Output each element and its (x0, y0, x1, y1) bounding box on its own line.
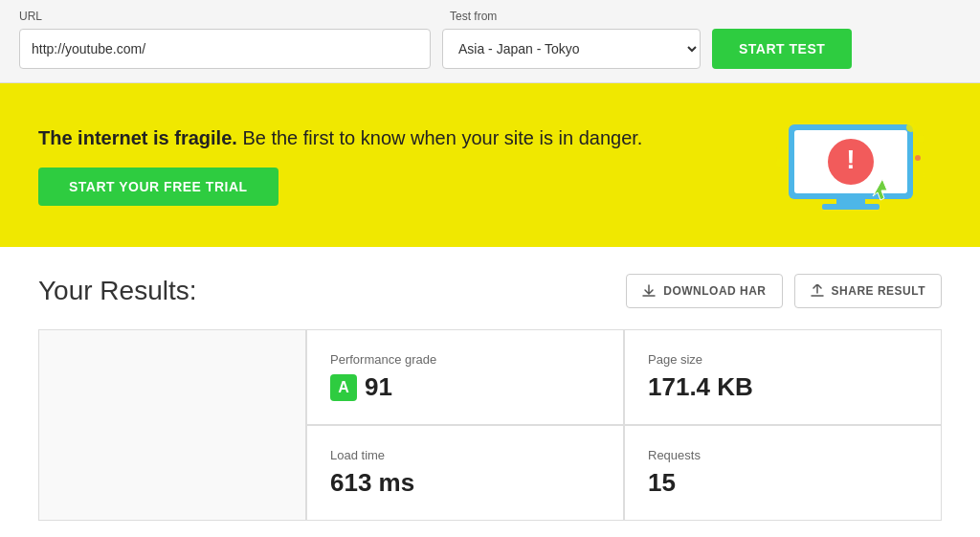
performance-score: 91 (365, 372, 392, 402)
metric-label-pagesize: Page size (648, 352, 702, 367)
svg-text:!: ! (846, 145, 855, 174)
free-trial-button[interactable]: START YOUR FREE TRIAL (38, 168, 278, 206)
svg-point-7 (906, 123, 916, 132)
banner-text-section: The internet is fragile. Be the first to… (38, 125, 750, 206)
download-har-label: DOWNLOAD HAR (663, 284, 766, 298)
results-section: Your Results: DOWNLOAD HAR SHARE RESULT … (0, 247, 980, 537)
results-title: Your Results: (38, 276, 197, 306)
svg-point-11 (776, 145, 782, 151)
header-inputs: Asia - Japan - Tokyo USA - Virginia Euro… (19, 29, 961, 69)
results-grid: Performance grade A 91 Page size 171.4 K… (38, 329, 942, 521)
url-input[interactable] (19, 29, 431, 69)
svg-point-10 (776, 158, 786, 168)
metric-value-requests: 15 (648, 468, 676, 498)
metric-cell-loadtime: Load time 613 ms (306, 425, 624, 521)
results-header: Your Results: DOWNLOAD HAR SHARE RESULT (38, 274, 942, 308)
metric-cell-performance: Performance grade A 91 (306, 329, 624, 425)
banner-headline-bold: The internet is fragile. (38, 127, 237, 148)
test-from-label: Test from (450, 10, 708, 23)
header-labels: URL Test from (19, 10, 961, 23)
start-test-button[interactable]: START TEST (712, 29, 852, 69)
svg-point-12 (924, 171, 931, 179)
metric-label-requests: Requests (648, 448, 701, 462)
banner-illustration: ! (769, 110, 942, 220)
requests-value: 15 (648, 468, 676, 498)
banner-headline-rest: Be the first to know when your site is i… (237, 127, 643, 148)
svg-point-9 (915, 155, 921, 161)
share-result-button[interactable]: SHARE RESULT (794, 274, 942, 308)
pagesize-value: 171.4 KB (648, 372, 753, 402)
results-preview (38, 329, 306, 521)
svg-point-8 (917, 135, 924, 143)
loadtime-value: 613 ms (330, 468, 414, 498)
metric-value-performance: A 91 (330, 372, 392, 402)
banner-headline: The internet is fragile. Be the first to… (38, 125, 750, 150)
monitor-illustration: ! (769, 110, 932, 220)
metric-value-pagesize: 171.4 KB (648, 372, 753, 402)
svg-rect-1 (822, 204, 880, 210)
grade-badge: A (330, 374, 357, 401)
metric-value-loadtime: 613 ms (330, 468, 414, 498)
share-icon (811, 284, 824, 298)
test-from-select[interactable]: Asia - Japan - Tokyo USA - Virginia Euro… (442, 29, 701, 69)
metric-cell-requests: Requests 15 (624, 425, 942, 521)
metric-cell-pagesize: Page size 171.4 KB (624, 329, 942, 425)
metric-label-performance: Performance grade (330, 352, 436, 367)
download-icon (642, 284, 656, 298)
results-actions: DOWNLOAD HAR SHARE RESULT (626, 274, 942, 308)
metric-label-loadtime: Load time (330, 448, 385, 462)
header: URL Test from Asia - Japan - Tokyo USA -… (0, 0, 980, 83)
download-har-button[interactable]: DOWNLOAD HAR (626, 274, 782, 308)
banner: The internet is fragile. Be the first to… (0, 83, 980, 247)
share-result-label: SHARE RESULT (832, 284, 925, 298)
url-label: URL (19, 10, 431, 23)
